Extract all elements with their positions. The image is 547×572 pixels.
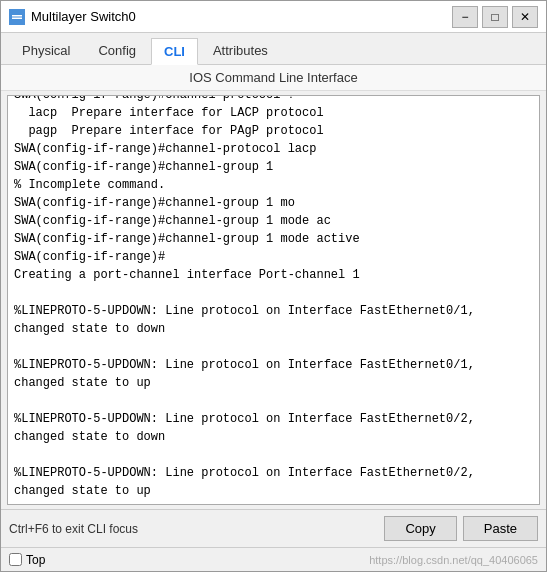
cli-header: IOS Command Line Interface: [1, 65, 546, 91]
tab-config[interactable]: Config: [85, 37, 149, 64]
window-title: Multilayer Switch0: [31, 9, 452, 24]
close-button[interactable]: ✕: [512, 6, 538, 28]
tab-physical[interactable]: Physical: [9, 37, 83, 64]
svg-rect-0: [10, 13, 24, 21]
top-checkbox-container: Top: [9, 553, 45, 567]
tab-cli[interactable]: CLI: [151, 38, 198, 65]
action-buttons: Copy Paste: [384, 516, 538, 541]
cli-terminal[interactable]: SWA(config-if-range)#chann SWA(config-if…: [7, 95, 540, 505]
top-checkbox-label: Top: [26, 553, 45, 567]
copy-button[interactable]: Copy: [384, 516, 456, 541]
cli-focus-hint: Ctrl+F6 to exit CLI focus: [9, 522, 384, 536]
top-checkbox[interactable]: [9, 553, 22, 566]
window-controls: − □ ✕: [452, 6, 538, 28]
maximize-button[interactable]: □: [482, 6, 508, 28]
main-window: Multilayer Switch0 − □ ✕ Physical Config…: [0, 0, 547, 572]
minimize-button[interactable]: −: [452, 6, 478, 28]
url-label: https://blog.csdn.net/qq_40406065: [369, 554, 538, 566]
tab-attributes[interactable]: Attributes: [200, 37, 281, 64]
paste-button[interactable]: Paste: [463, 516, 538, 541]
status-bar: Ctrl+F6 to exit CLI focus Copy Paste: [1, 509, 546, 547]
svg-rect-1: [12, 15, 22, 17]
cli-output: SWA(config-if-range)#chann SWA(config-if…: [8, 95, 539, 504]
bottom-bar: Top https://blog.csdn.net/qq_40406065: [1, 547, 546, 571]
window-icon: [9, 9, 25, 25]
title-bar: Multilayer Switch0 − □ ✕: [1, 1, 546, 33]
tab-bar: Physical Config CLI Attributes: [1, 33, 546, 65]
svg-rect-2: [12, 17, 22, 19]
